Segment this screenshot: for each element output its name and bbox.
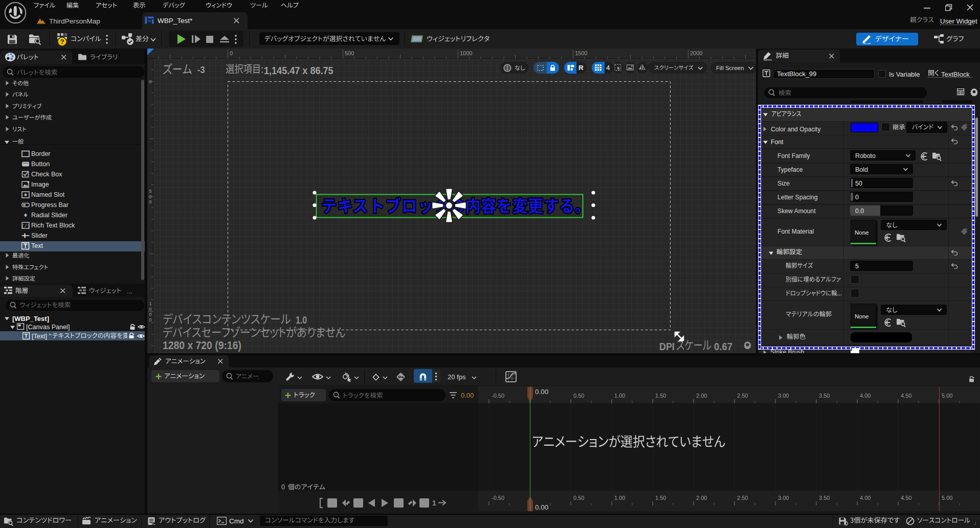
svg-text:0.50: 0.50: [573, 495, 584, 501]
svg-text:3.00: 3.00: [778, 495, 789, 501]
svg-text:3.50: 3.50: [819, 495, 830, 501]
svg-text:2.50: 2.50: [737, 495, 748, 501]
svg-text:4.00: 4.00: [860, 393, 871, 399]
svg-text:4.50: 4.50: [901, 393, 911, 399]
svg-text:-0.50: -0.50: [492, 393, 504, 399]
svg-text:2.00: 2.00: [696, 495, 707, 501]
svg-text:1.50: 1.50: [655, 495, 666, 501]
svg-text:2.00: 2.00: [696, 393, 707, 399]
svg-text:1.00: 1.00: [614, 495, 625, 501]
svg-text:5.00: 5.00: [942, 393, 952, 399]
svg-text:4.50: 4.50: [901, 495, 911, 501]
svg-text:0.50: 0.50: [573, 393, 584, 399]
svg-text:3.50: 3.50: [819, 393, 830, 399]
svg-text:1.50: 1.50: [655, 393, 666, 399]
svg-text:3.00: 3.00: [778, 393, 789, 399]
svg-text:?: ?: [60, 38, 64, 45]
svg-text:2.50: 2.50: [737, 393, 748, 399]
svg-text:1.00: 1.00: [614, 393, 625, 399]
svg-text:(/): (/): [21, 224, 30, 229]
svg-text:-0.50: -0.50: [492, 495, 504, 501]
svg-text:4.00: 4.00: [860, 495, 871, 501]
svg-text:5.00: 5.00: [942, 495, 952, 501]
